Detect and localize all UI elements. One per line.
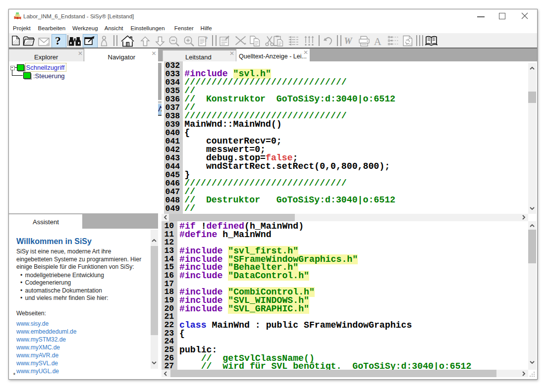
svg-text:?: ? — [204, 36, 208, 43]
